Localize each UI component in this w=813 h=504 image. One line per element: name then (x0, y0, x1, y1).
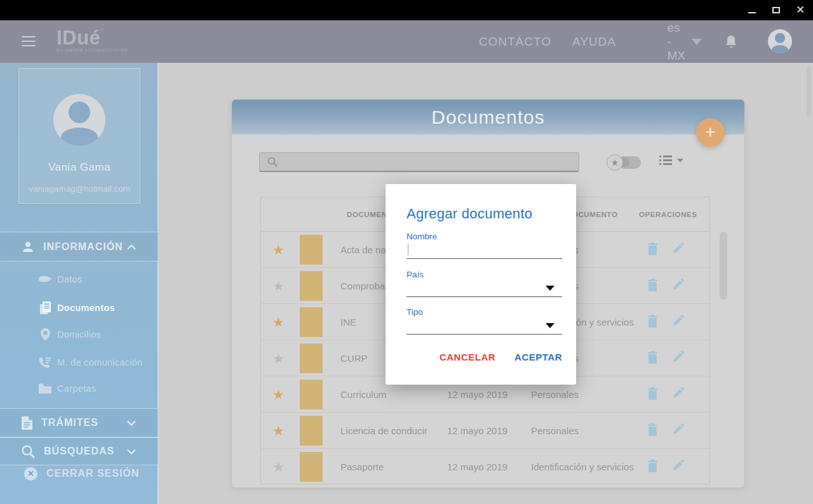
logout-button[interactable]: ✕ CERRAR SESIÓN (0, 465, 159, 482)
minimize-icon[interactable] (747, 5, 757, 15)
card-icon (38, 275, 52, 284)
hamburger-menu-icon[interactable] (22, 36, 36, 46)
chevron-down-icon (127, 446, 136, 457)
sidebar-section-label: TRÁMITES (41, 417, 98, 428)
document-thumbnail[interactable] (300, 235, 323, 265)
app-logo: IDué° DILIGENCE AUTHENTICATION (57, 28, 128, 52)
delete-icon[interactable] (647, 242, 658, 255)
document-type: Personales (531, 389, 579, 400)
accept-button[interactable]: ACEPTAR (513, 348, 563, 366)
nav-ayuda[interactable]: AYUDA (572, 35, 616, 49)
star-icon[interactable]: ★ (272, 242, 286, 258)
star-icon[interactable]: ★ (272, 351, 286, 366)
star-icon[interactable]: ★ (272, 460, 286, 475)
document-name: Licencia de conducir (340, 425, 445, 436)
person-icon (22, 241, 34, 253)
table-scrollbar[interactable] (720, 232, 727, 300)
star-icon[interactable]: ★ (272, 387, 286, 402)
delete-icon[interactable] (647, 387, 658, 400)
document-thumbnail[interactable] (300, 380, 323, 409)
file-icon (22, 416, 32, 430)
view-mode-selector[interactable] (659, 156, 683, 165)
document-date: 12 mayo 2019 (447, 461, 507, 472)
sidebar-item-label: Carpetas (57, 383, 96, 394)
edit-icon[interactable] (672, 242, 684, 255)
edit-icon[interactable] (672, 423, 684, 436)
document-date: 12 mayo 2019 (447, 389, 507, 400)
document-thumbnail[interactable] (300, 416, 323, 446)
edit-icon[interactable] (672, 279, 684, 291)
app-window: ✕ IDué° DILIGENCE AUTHENTICATION CONTÁCT… (0, 0, 813, 504)
sidebar-item-label: Datos (57, 274, 82, 284)
search-icon (22, 445, 35, 458)
chevron-down-icon (677, 159, 683, 162)
close-circle-icon: ✕ (24, 467, 37, 481)
sidebar-section-label: INFORMACIÓN (43, 241, 123, 253)
text-caret (408, 244, 408, 255)
document-date: 12 mayo 2019 (447, 425, 507, 436)
delete-icon[interactable] (647, 460, 658, 472)
sidebar-section-tramites[interactable]: TRÁMITES (0, 408, 159, 437)
language-value: es - MX (668, 21, 686, 63)
delete-icon[interactable] (647, 423, 658, 436)
delete-icon[interactable] (647, 315, 658, 328)
search-input[interactable] (278, 157, 579, 167)
dropdown-arrow-icon (546, 323, 554, 328)
edit-icon[interactable] (672, 315, 684, 328)
favorites-filter-toggle[interactable]: ★ (607, 154, 642, 171)
nav-contacto[interactable]: CONTÁCTO (479, 35, 551, 49)
page-scrollbar[interactable] (807, 66, 811, 117)
user-avatar[interactable] (768, 29, 792, 53)
document-thumbnail[interactable] (300, 271, 323, 301)
column-header-operations: OPERACIONES (639, 211, 697, 218)
app-header: IDué° DILIGENCE AUTHENTICATION CONTÁCTO … (0, 20, 813, 63)
user-name: Vania Gama (19, 161, 140, 174)
maximize-icon[interactable] (771, 5, 781, 15)
star-icon[interactable]: ★ (272, 315, 286, 330)
sidebar-section-informacion[interactable]: INFORMACIÓN (0, 232, 159, 262)
language-selector[interactable]: es - MX (668, 21, 702, 63)
table-row: ★ Licencia de conducir 12 mayo 2019 Pers… (261, 413, 709, 449)
document-thumbnail[interactable] (300, 343, 323, 373)
pais-select[interactable] (406, 279, 562, 297)
logo-text: IDué (57, 27, 100, 49)
panel-header-band: Documentos (232, 100, 744, 135)
tipo-select[interactable] (406, 317, 562, 335)
star-icon: ★ (607, 154, 623, 171)
location-pin-icon (38, 328, 52, 341)
user-email: vaniagamag@hotmail.com (19, 184, 140, 194)
sidebar-section-label: BÚSQUEDAS (44, 446, 114, 457)
sidebar-item-carpetas[interactable]: Carpetas (0, 376, 159, 401)
page-title: Documentos (232, 100, 744, 135)
sidebar-item-label: Documentos (57, 303, 115, 313)
add-document-modal: Agregar documento Nombre País Tipo CANCE… (386, 184, 576, 385)
sidebar-item-domicilios[interactable]: Domicilios (0, 322, 159, 347)
edit-icon[interactable] (672, 460, 684, 472)
nombre-input[interactable] (406, 241, 562, 259)
document-thumbnail[interactable] (300, 452, 323, 482)
plus-icon: + (705, 123, 715, 141)
documents-icon (38, 302, 52, 315)
sidebar-item-datos[interactable]: Datos (0, 267, 159, 292)
edit-icon[interactable] (672, 351, 684, 364)
delete-icon[interactable] (647, 351, 658, 364)
sidebar-item-documentos[interactable]: Documentos (0, 295, 159, 321)
search-box[interactable] (259, 152, 579, 172)
add-document-fab[interactable]: + (696, 118, 725, 147)
edit-icon[interactable] (672, 387, 684, 400)
document-name: Pasaporte (340, 461, 445, 472)
delete-icon[interactable] (647, 279, 658, 291)
table-row: ★ Pasaporte 12 mayo 2019 Identificación … (261, 449, 709, 485)
sidebar-item-comunicacion[interactable]: M. de comunicación (0, 350, 159, 375)
notifications-bell-icon[interactable] (724, 34, 738, 52)
star-icon[interactable]: ★ (272, 279, 286, 294)
document-thumbnail[interactable] (300, 307, 323, 337)
search-icon (267, 157, 278, 167)
sidebar-section-busquedas[interactable]: BÚSQUEDAS (0, 437, 159, 465)
close-icon[interactable]: ✕ (795, 5, 805, 15)
star-icon[interactable]: ★ (272, 423, 286, 439)
sidebar-avatar (53, 94, 105, 146)
cancel-button[interactable]: CANCELAR (438, 348, 497, 366)
document-name: Curriculum (340, 389, 445, 400)
sidebar-item-label: M. de comunicación (57, 357, 142, 368)
